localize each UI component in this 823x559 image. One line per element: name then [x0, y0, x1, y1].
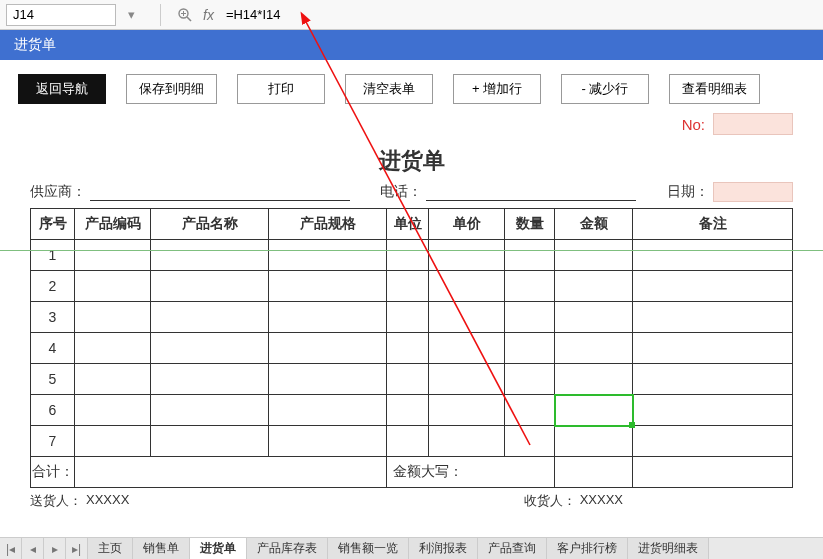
sheet-tab[interactable]: 进货明细表 [628, 538, 709, 559]
fx-icon[interactable]: fx [203, 7, 214, 23]
sheet-tab[interactable]: 进货单 [190, 538, 247, 559]
cell[interactable] [505, 426, 555, 457]
cell[interactable] [269, 364, 387, 395]
cell[interactable] [387, 395, 429, 426]
phone-field[interactable] [426, 183, 636, 201]
cell[interactable] [269, 333, 387, 364]
cell[interactable] [269, 395, 387, 426]
cell[interactable] [505, 302, 555, 333]
row-index: 1 [31, 240, 75, 271]
print-button[interactable]: 打印 [237, 74, 325, 104]
cell[interactable] [555, 333, 633, 364]
no-label: No: [682, 116, 705, 133]
date-field[interactable] [713, 182, 793, 202]
formula-input[interactable] [222, 4, 817, 26]
cell[interactable] [505, 395, 555, 426]
cell[interactable] [75, 271, 151, 302]
deliver-label: 送货人： [30, 492, 82, 510]
add-row-button[interactable]: + 增加行 [453, 74, 541, 104]
cell[interactable] [387, 302, 429, 333]
cell[interactable] [429, 271, 505, 302]
tab-last-icon[interactable]: ▸| [66, 538, 88, 559]
cell[interactable] [151, 395, 269, 426]
cell[interactable] [75, 426, 151, 457]
cell[interactable] [75, 240, 151, 271]
cell[interactable] [505, 271, 555, 302]
table-row: 3 [31, 302, 793, 333]
cell[interactable] [429, 333, 505, 364]
cell[interactable] [151, 271, 269, 302]
cell[interactable] [633, 364, 793, 395]
supplier-label: 供应商： [30, 183, 86, 201]
cell[interactable] [151, 302, 269, 333]
cell[interactable] [555, 271, 633, 302]
cell[interactable] [75, 302, 151, 333]
cell[interactable] [75, 395, 151, 426]
cell[interactable] [269, 302, 387, 333]
zoom-icon[interactable] [177, 7, 193, 23]
svg-line-1 [187, 17, 191, 21]
clear-button[interactable]: 清空表单 [345, 74, 433, 104]
cell[interactable] [269, 240, 387, 271]
cell[interactable] [151, 364, 269, 395]
view-detail-button[interactable]: 查看明细表 [669, 74, 760, 104]
sheet-tabstrip: |◂ ◂ ▸ ▸| 主页销售单进货单产品库存表销售额一览利润报表产品查询客户排行… [0, 537, 823, 559]
cell[interactable] [505, 364, 555, 395]
sheet-tab[interactable]: 销售额一览 [328, 538, 409, 559]
cell[interactable] [633, 302, 793, 333]
cell[interactable] [75, 364, 151, 395]
tab-next-icon[interactable]: ▸ [44, 538, 66, 559]
cell[interactable] [633, 333, 793, 364]
sheet-tab[interactable]: 利润报表 [409, 538, 478, 559]
cell[interactable] [555, 364, 633, 395]
tab-first-icon[interactable]: |◂ [0, 538, 22, 559]
sheet-tab[interactable]: 产品查询 [478, 538, 547, 559]
cell[interactable] [505, 333, 555, 364]
date-label: 日期： [667, 183, 709, 201]
cell[interactable] [151, 240, 269, 271]
cell[interactable] [387, 240, 429, 271]
cell[interactable] [555, 302, 633, 333]
cell[interactable] [429, 395, 505, 426]
deliver-value: XXXXX [86, 492, 129, 510]
cell[interactable] [387, 426, 429, 457]
save-button[interactable]: 保存到明细 [126, 74, 217, 104]
no-field[interactable] [713, 113, 793, 135]
sheet-tab[interactable]: 销售单 [133, 538, 190, 559]
cell[interactable] [555, 426, 633, 457]
delete-row-button[interactable]: - 减少行 [561, 74, 649, 104]
section-title: 进货单 [14, 36, 56, 54]
cell-reference-input[interactable] [6, 4, 116, 26]
cell[interactable] [429, 302, 505, 333]
cell[interactable] [633, 271, 793, 302]
cell[interactable] [75, 333, 151, 364]
supplier-field[interactable] [90, 183, 350, 201]
form-area: No: 进货单 供应商： 电话： 日期： 序号 产品编码 产品名称 产品规格 单… [0, 110, 823, 510]
dropdown-icon[interactable]: ▾ [128, 7, 144, 23]
cell[interactable] [429, 240, 505, 271]
cell[interactable] [269, 271, 387, 302]
toolbar: 返回导航 保存到明细 打印 清空表单 + 增加行 - 减少行 查看明细表 [18, 74, 805, 104]
phone-label: 电话： [380, 183, 422, 201]
cell[interactable] [633, 426, 793, 457]
cell[interactable] [429, 364, 505, 395]
cell[interactable] [633, 395, 793, 426]
sheet-tab[interactable]: 客户排行榜 [547, 538, 628, 559]
cell[interactable] [387, 271, 429, 302]
selected-cell[interactable] [555, 395, 633, 426]
cell[interactable] [269, 426, 387, 457]
th-amount: 金额 [555, 209, 633, 240]
cell[interactable] [151, 426, 269, 457]
cell[interactable] [387, 333, 429, 364]
sheet-tab[interactable]: 产品库存表 [247, 538, 328, 559]
cell[interactable] [505, 240, 555, 271]
cell[interactable] [555, 240, 633, 271]
cell[interactable] [633, 240, 793, 271]
cell[interactable] [387, 364, 429, 395]
cell[interactable] [429, 426, 505, 457]
row-index: 7 [31, 426, 75, 457]
tab-prev-icon[interactable]: ◂ [22, 538, 44, 559]
back-button[interactable]: 返回导航 [18, 74, 106, 104]
cell[interactable] [151, 333, 269, 364]
sheet-tab[interactable]: 主页 [88, 538, 133, 559]
